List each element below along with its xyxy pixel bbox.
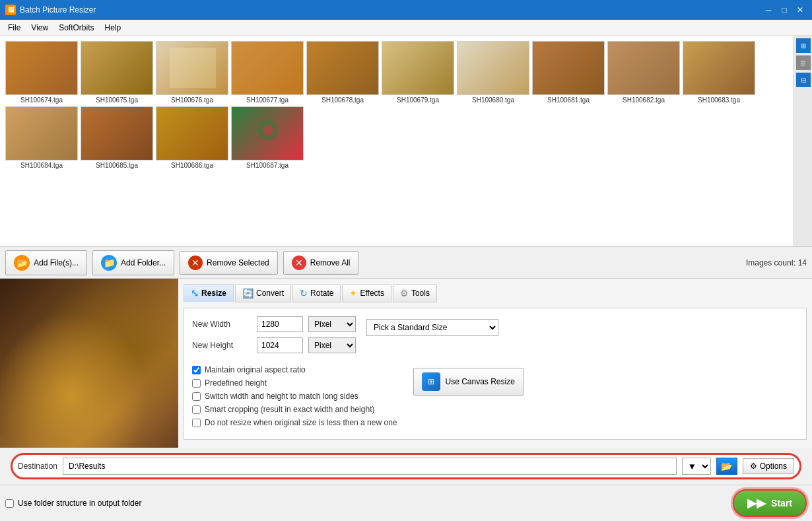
remove-all-label: Remove All <box>310 258 351 267</box>
thumbnail-label: SH100677.tga <box>246 96 288 104</box>
thumbnail-item[interactable]: SH100683.tga <box>683 41 755 104</box>
width-input[interactable] <box>257 316 303 332</box>
maintain-aspect-row: Maintain original aspect ratio <box>192 365 397 374</box>
smart-crop-label[interactable]: Smart cropping (result in exact width an… <box>205 405 374 414</box>
thumbnail-item[interactable]: SH100674.tga <box>5 41 78 104</box>
switch-width-height-row: Switch width and height to match long si… <box>192 392 397 401</box>
remove-all-button[interactable]: ✕ Remove All <box>283 251 359 275</box>
thumbnail-item[interactable]: SH100682.tga <box>607 41 680 104</box>
destination-bar: Destination ▼ 📂 ⚙ Options <box>11 453 801 479</box>
title-bar: 🖼 Batch Picture Resizer ─ □ ✕ <box>0 0 812 20</box>
view-grid-button[interactable]: ⊟ <box>796 73 811 87</box>
maintain-aspect-checkbox[interactable] <box>192 366 201 374</box>
remove-all-icon: ✕ <box>292 256 306 270</box>
resize-icon: ⤡ <box>191 288 199 298</box>
app-icon: 🖼 <box>5 5 16 15</box>
start-button[interactable]: ▶▶ Start <box>733 489 807 517</box>
tabs-bar: ⤡ Resize 🔄 Convert ↻ Rotate ✦ Effects ⚙ <box>184 284 807 302</box>
tab-effects[interactable]: ✦ Effects <box>342 284 391 302</box>
thumbnail-label: SH100680.tga <box>472 96 514 104</box>
do-not-resize-checkbox[interactable] <box>192 419 201 427</box>
maximize-button[interactable]: □ <box>778 3 791 17</box>
thumbnail-label: SH100678.tga <box>321 96 364 104</box>
canvas-resize-button[interactable]: ⊞ Use Canvas Resize <box>413 368 524 396</box>
remove-selected-button[interactable]: ✕ Remove Selected <box>180 251 278 275</box>
smart-crop-checkbox[interactable] <box>192 405 201 414</box>
add-folder-icon: 📁 <box>101 255 117 271</box>
tab-rotate[interactable]: ↻ Rotate <box>292 284 341 302</box>
folder-structure-row: Use folder structure in output folder <box>5 499 141 508</box>
thumbnail-label: SH100684.tga <box>20 162 63 169</box>
smart-cropping-row: Smart cropping (result in exact width an… <box>192 405 397 414</box>
options-label: Options <box>760 462 787 471</box>
menu-file[interactable]: File <box>3 22 26 34</box>
maintain-aspect-label[interactable]: Maintain original aspect ratio <box>205 365 306 374</box>
switch-wh-checkbox[interactable] <box>192 392 201 401</box>
main-content: SH100674.tga SH100675.tga SH100676.tga <box>0 36 812 521</box>
tab-effects-label: Effects <box>360 289 384 298</box>
thumbnail-label: SH100683.tga <box>698 96 740 104</box>
tab-tools[interactable]: ⚙ Tools <box>393 284 437 302</box>
thumbnail-item[interactable]: SH100675.tga <box>81 41 153 104</box>
standard-size-select[interactable]: Pick a Standard Size <box>366 319 498 336</box>
menu-help[interactable]: Help <box>100 22 127 34</box>
app-title: Batch Picture Resizer <box>20 5 96 15</box>
height-input[interactable] <box>257 337 303 353</box>
tools-icon: ⚙ <box>400 288 409 298</box>
canvas-resize-label: Use Canvas Resize <box>446 377 515 386</box>
start-arrow-icon: ▶▶ <box>747 496 766 510</box>
thumbnail-item[interactable]: SH100686.tga <box>156 106 228 169</box>
remove-selected-label: Remove Selected <box>207 258 269 267</box>
destination-browse-button[interactable]: 📂 <box>716 458 737 475</box>
destination-wrapper: Destination ▼ 📂 ⚙ Options <box>0 448 812 485</box>
thumbnail-label: SH100682.tga <box>623 96 665 104</box>
predefined-height-label[interactable]: Predefined height <box>205 378 267 388</box>
thumbnail-area: SH100674.tga SH100675.tga SH100676.tga <box>0 36 812 247</box>
thumbnail-item[interactable]: SH100681.tga <box>532 41 605 104</box>
rotate-icon: ↻ <box>300 288 308 298</box>
predefined-height-row: Predefined height <box>192 378 397 388</box>
destination-dropdown[interactable]: ▼ <box>682 458 711 475</box>
thumbnail-item[interactable]: SH100680.tga <box>457 41 529 104</box>
destination-input[interactable] <box>63 458 677 475</box>
add-files-label: Add File(s)... <box>34 258 79 267</box>
options-button[interactable]: ⚙ Options <box>743 458 794 474</box>
predefined-height-checkbox[interactable] <box>192 379 201 388</box>
minimize-button[interactable]: ─ <box>762 3 775 17</box>
start-label: Start <box>771 498 792 508</box>
menu-softorbits[interactable]: SoftOrbits <box>53 22 99 34</box>
options-gear-icon: ⚙ <box>750 462 757 471</box>
add-folder-button[interactable]: 📁 Add Folder... <box>92 250 174 275</box>
thumbnail-label: SH100681.tga <box>547 96 590 104</box>
preview-image <box>0 279 178 448</box>
width-unit-select[interactable]: PixelPercentInchCm <box>308 316 356 332</box>
thumbnail-item[interactable]: SH100676.tga <box>156 41 228 104</box>
thumbnail-item[interactable]: SH100687.tga <box>231 106 304 169</box>
do-not-resize-label[interactable]: Do not resize when original size is less… <box>205 418 397 427</box>
thumbnail-label: SH100674.tga <box>20 96 63 104</box>
tab-resize[interactable]: ⤡ Resize <box>184 284 234 302</box>
thumbnail-item[interactable]: SH100677.tga <box>231 41 304 104</box>
tab-rotate-label: Rotate <box>310 289 333 298</box>
add-files-button[interactable]: 📂 Add File(s)... <box>5 250 87 275</box>
footer: Use folder structure in output folder ▶▶… <box>0 485 812 521</box>
menu-view[interactable]: View <box>26 22 53 34</box>
view-list-button[interactable]: ☰ <box>796 55 811 70</box>
thumbnail-item[interactable]: SH100684.tga <box>5 106 78 169</box>
folder-structure-label[interactable]: Use folder structure in output folder <box>18 499 141 508</box>
thumbnail-label: SH100675.tga <box>96 96 138 104</box>
thumbnail-item[interactable]: SH100685.tga <box>81 106 153 169</box>
settings-panel: ⤡ Resize 🔄 Convert ↻ Rotate ✦ Effects ⚙ <box>178 279 812 448</box>
thumbnail-label: SH100685.tga <box>96 162 138 169</box>
tab-convert[interactable]: 🔄 Convert <box>235 284 291 302</box>
folder-structure-checkbox[interactable] <box>5 499 14 508</box>
view-large-button[interactable]: ⊞ <box>796 38 811 53</box>
height-unit-select[interactable]: PixelPercentInchCm <box>308 337 356 353</box>
thumbnail-label: SH100686.tga <box>171 162 213 169</box>
close-button[interactable]: ✕ <box>794 3 807 17</box>
thumbnail-item[interactable]: SH100678.tga <box>306 41 379 104</box>
switch-wh-label[interactable]: Switch width and height to match long si… <box>205 392 358 401</box>
thumbnail-item[interactable]: SH100679.tga <box>382 41 454 104</box>
canvas-icon: ⊞ <box>422 372 440 391</box>
width-row: New Width PixelPercentInchCm <box>192 316 356 332</box>
